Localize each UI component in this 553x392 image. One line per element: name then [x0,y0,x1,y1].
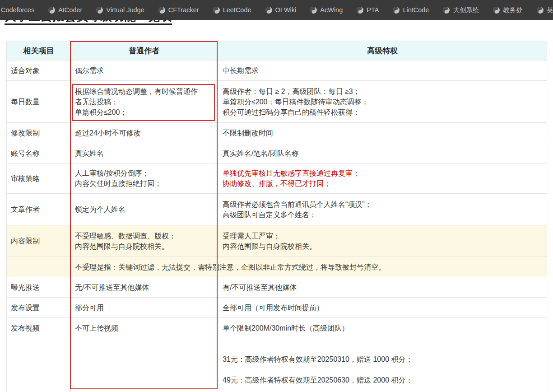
table-row-content: 内容限制 不受理敏感、数据调查、版权； 内容范围限与自身院校相关。 受理需人工严… [7,225,547,257]
fee-option-31: 31元：高级作者特权有效期至20250310，赠送 1000 积分； [223,354,541,364]
bookmark-label: OI Wiki [275,6,297,14]
row-label: 相关费用 [7,338,71,392]
globe-icon [265,6,273,14]
table-row-fees: 相关费用 免费或根据情况限制 31元：高级作者特权有效期至20250310，赠送… [7,338,547,392]
table-row-exposure: 曝光推送 无/不可推送至其他媒体 有/不可推送至其他媒体 [7,277,547,298]
bookmark-label: CFTracker [168,6,199,14]
globe-icon [310,6,317,14]
bookmark-dachuang[interactable]: 大创系统 [442,6,479,14]
table-row-content-note: 不受理是指：关键词过滤，无法提交，需特别注意，企图以非正常方式绕过，将导致被封号… [7,257,547,277]
normal-cell: 不受理敏感、数据调查、版权； 内容范围限与自身院校相关。 [71,225,218,257]
bookmark-truncated[interactable]: 英 [536,6,553,14]
bookmark-oi-wiki[interactable]: OI Wiki [265,6,297,14]
row-label: 文章作者 [7,194,71,225]
row-label-empty [7,257,71,277]
bookmark-label: AtCoder [58,6,82,14]
bookmark-label: AcWing [320,6,343,14]
premium-fees-cell: 31元：高级作者特权有效期至20250310，赠送 1000 积分； 49元：高… [218,338,547,392]
row-label: 账号名称 [7,143,71,163]
premium-cell: 高级作者：每日 ≥ 2，高级团队：每日 ≥3； 单篇积分≤200；每日稿件数随待… [218,81,547,123]
premium-cell: 全部可用（可用发布时间提前） [218,298,547,318]
globe-icon [356,6,364,14]
row-label: 审核策略 [7,163,71,194]
row-label: 发布视频 [7,318,71,338]
table-row-daily: 每日数量 根据综合情况动态调整，有时候普通作者无法投稿； 单篇积分≤200； 高… [7,81,547,123]
premium-cell: 真实姓名/笔名/团队名称 [218,143,547,163]
bookmark-label: PTA [367,6,379,14]
membership-feature-table: 相关项目 普通作者 高级特权 适合对象 偶尔需求 中长期需求 每日数量 根据综合… [6,41,547,392]
row-label: 适合对象 [7,61,71,81]
globe-icon [213,6,220,14]
normal-cell: 真实姓名 [71,143,218,163]
bookmark-label: 英 [547,6,553,14]
bookmark-atcoder[interactable]: AtCoder [48,6,82,14]
bookmark-label: 教务处 [503,6,523,14]
header-normal-author: 普通作者 [71,41,218,61]
bookmark-label: LeetCode [223,6,251,14]
row-label: 发布设置 [7,298,71,318]
table-row-publish: 发布设置 部分可用 全部可用（可用发布时间提前） [7,298,547,318]
table-row-account: 账号名称 真实姓名 真实姓名/笔名/团队名称 [7,143,547,163]
globe-icon [392,6,400,14]
premium-cell-alert: 单独优先审核且无敏感字直接通过再复审； 协助修改、排版，不得已才打回； [218,163,547,194]
table-row-edit: 修改限制 超过24小时不可修改 不限制删改时间 [7,123,547,143]
bookmark-label: LintCode [403,6,429,14]
bookmarks-bar: Codeforces AtCoder Virtual Judge CFTrack… [0,0,553,20]
globe-icon [96,6,103,14]
normal-cell: 超过24小时不可修改 [71,123,218,143]
premium-cell: 有/不可推送至其他媒体 [218,277,547,298]
bookmark-label: 大创系统 [453,6,479,14]
normal-cell: 无/不可推送至其他媒体 [71,277,218,298]
table-header-row: 相关项目 普通作者 高级特权 [7,41,547,61]
row-label: 内容限制 [7,225,71,257]
header-premium: 高级特权 [218,41,547,61]
normal-cell: 偶尔需求 [71,61,218,81]
bookmark-label: Codeforces [1,6,34,14]
globe-icon [158,6,166,14]
table-row-review: 审核策略 人工审核/按积分倒序； 内容欠佳时直接拒绝打回； 单独优先审核且无敏感… [7,163,547,194]
bookmark-codeforces[interactable]: Codeforces [1,6,34,14]
normal-cell: 不可上传视频 [71,318,218,338]
globe-icon [442,6,450,14]
header-related-item: 相关项目 [7,41,71,61]
premium-cell: 中长期需求 [218,61,547,81]
bookmark-leetcode[interactable]: LeetCode [213,6,251,14]
normal-cell: 根据综合情况动态调整，有时候普通作者无法投稿； 单篇积分≤200； [71,81,218,123]
globe-icon [493,6,500,14]
globe-icon [536,6,544,14]
bookmark-cftracker[interactable]: CFTracker [158,6,199,14]
row-label: 修改限制 [7,123,71,143]
globe-icon [48,6,56,14]
table-row-video: 发布视频 不可上传视频 单个限制200M/30min时长（高级团队） [7,318,547,338]
premium-cell: 受理需人工严审； 内容范围限与自身院校相关。 [218,225,547,257]
normal-cell: 部分可用 [71,298,218,318]
premium-cell: 单个限制200M/30min时长（高级团队） [218,318,547,338]
premium-cell: 高级作者必须包含当前通讯员个人姓名“项汉”； 高级团队可自定义多个姓名； [218,194,547,225]
row-label: 每日数量 [7,81,71,123]
normal-cell: 人工审核/按积分倒序； 内容欠佳时直接拒绝打回； [71,163,218,194]
bookmark-jiaowuchu[interactable]: 教务处 [493,6,523,14]
row-label: 曝光推送 [7,277,71,298]
bookmark-virtual-judge[interactable]: Virtual Judge [96,6,144,14]
bookmark-lintcode[interactable]: LintCode [392,6,429,14]
premium-cell: 不限制删改时间 [218,123,547,143]
table-row-author: 文章作者 锁定为个人姓名 高级作者必须包含当前通讯员个人姓名“项汉”； 高级团队… [7,194,547,225]
bookmark-acwing[interactable]: AcWing [310,6,343,14]
bookmark-pta[interactable]: PTA [356,6,379,14]
content-note-cell: 不受理是指：关键词过滤，无法提交，需特别注意，企图以非正常方式绕过，将导致被封号… [71,257,547,277]
table-row-target: 适合对象 偶尔需求 中长期需求 [7,61,547,81]
normal-cell: 免费或根据情况限制 [71,338,218,392]
fee-option-49: 49元：高级作者特权有效期至20250630，赠送 2000 积分； [223,375,541,385]
bookmark-label: Virtual Judge [106,6,144,14]
normal-cell: 锁定为个人姓名 [71,194,218,225]
